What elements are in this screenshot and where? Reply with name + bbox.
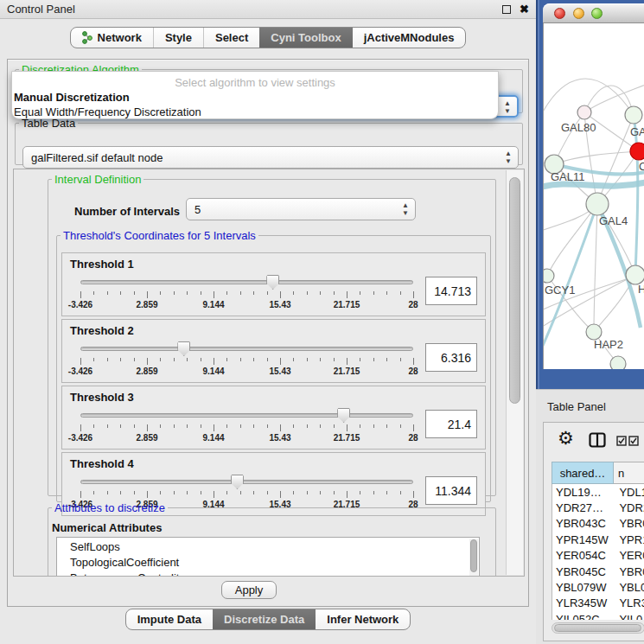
threshold-slider[interactable]: -3.4262.8599.14415.4321.71528 [80,275,413,313]
zoom-traffic-light-icon[interactable] [591,8,603,19]
threshold-label: Threshold 4 [70,457,477,470]
algorithm-option[interactable]: Manual Discretization [14,91,130,104]
table-row[interactable]: YBR045CYBR0 [552,564,644,579]
slider-thumb[interactable] [231,475,244,489]
settings-vertical-scrollbar[interactable] [506,170,523,575]
attributes-fieldset: Attributes to discretize Numerical Attri… [48,501,496,577]
threshold-slider[interactable]: -3.4262.8599.14415.4321.71528 [80,408,413,446]
threshold-value-field[interactable]: 14.713 [425,277,477,305]
tab-label: Discretize Data [224,613,304,626]
cyni-toolbox-panel: Discretization Algorithm ▲▼ Table Data g… [7,59,529,607]
attribute-item[interactable]: TopologicalCoefficient [70,555,479,571]
network-canvas[interactable]: GAL80GACGAL11GAL4GCY1HHAP2 [543,23,644,369]
node-label: GCY1 [545,284,575,296]
table-cell: YBL0 [614,581,644,594]
network-node[interactable] [577,105,591,119]
table-cell: YDR2 [614,501,644,514]
threshold-slider[interactable]: -3.4262.8599.14415.4321.71528 [80,341,413,379]
slider-thumb[interactable] [177,341,190,356]
tab-label: jActiveMNodules [364,31,455,44]
algorithm-placeholder-option[interactable]: Select algorithm to view settings [12,76,498,89]
tab-cyni-toolbox[interactable]: Cyni Toolbox [259,28,352,48]
tick-label: -3.426 [68,367,92,376]
node-label: H [638,283,644,296]
number-of-intervals-combobox[interactable]: 5 ▲▼ [186,198,416,220]
thresholds-fieldset: Threshold's Coordinates for 5 Intervals … [56,229,491,502]
attribute-item[interactable]: SelfLoops [70,539,479,555]
number-of-intervals-value: 5 [194,203,201,216]
close-traffic-light-icon[interactable] [554,8,565,19]
tab-infer-network[interactable]: Infer Network [316,609,410,629]
tick-label: -3.426 [68,433,92,443]
network-view-window[interactable]: GAL80GACGAL11GAL4GCY1HHAP2 [543,3,644,369]
algorithm-dropdown-popup: Select algorithm to view settings Manual… [11,71,499,119]
network-node[interactable] [625,106,642,124]
threshold-value-field[interactable]: 21.4 [425,410,477,438]
float-window-icon[interactable] [502,5,511,14]
table-cell: YPR145W [552,533,614,546]
tick-label: -3.426 [68,300,92,309]
minimize-traffic-light-icon[interactable] [573,8,584,19]
network-node[interactable] [630,143,644,160]
slider-groove [80,280,413,284]
table-cell: YBR043C [552,517,614,530]
table-cell: YDL1 [614,486,644,499]
table-cell: YIL052C [552,613,614,620]
table-column-header[interactable]: n [614,462,644,484]
table-row[interactable]: YBL079WYBL0 [552,579,644,595]
slider-groove [80,413,413,418]
table-row[interactable]: YBR043CYBR0 [552,516,644,532]
table-row[interactable]: YER054CYER0 [552,548,644,564]
network-node[interactable] [626,265,644,284]
tab-impute-data[interactable]: Impute Data [126,609,213,629]
network-node[interactable] [544,269,554,283]
tab-label: Infer Network [327,613,399,626]
table-cell: YIL0 [614,613,644,620]
tab-select[interactable]: Select [203,28,259,48]
combo-spinner-icon: ▲▼ [402,201,409,217]
tab-label: Impute Data [137,613,201,626]
apply-button[interactable]: Apply [221,581,277,599]
table-row[interactable]: YPR145WYPR1 [552,532,644,547]
numerical-attributes-list[interactable]: SelfLoopsTopologicalCoefficientBetweenne… [56,537,480,577]
tab-jactivemnodules[interactable]: jActiveMNodules [353,28,466,48]
threshold-value-field[interactable]: 6.316 [425,343,477,372]
table-row[interactable]: YDL19…YDL1 [552,484,644,500]
table-row[interactable]: YDR27…YDR2 [552,500,644,515]
tab-network[interactable]: Network [71,28,153,48]
slider-groove [80,480,413,484]
table-panel-title: Table Panel [547,400,606,413]
tick-label: 9.144 [202,300,224,309]
checkbox-icons[interactable] [616,436,639,446]
gear-icon[interactable]: ⚙ [558,428,574,449]
table-horizontal-scrollbar[interactable] [552,622,644,634]
attributes-scrollbar[interactable] [469,539,478,577]
table-row[interactable]: YLR345WYLR3 [552,596,644,611]
close-icon[interactable]: ✖ [520,5,529,14]
table-panel: ⚙ shared…n YDL19…YDL1YDR27…YD [543,422,644,641]
tick-label: 28 [408,367,418,376]
tick-label: 9.144 [202,367,224,376]
table-cell: YBR0 [614,565,644,578]
combo-spinner-icon: ▲▼ [504,99,511,115]
network-window-titlebar[interactable] [543,3,644,23]
node-label: GA [630,125,644,138]
interval-definition-fieldset: Interval Definition Number of Intervals … [48,173,496,496]
tick-label: 2.859 [136,367,157,376]
attribute-item[interactable]: BetweennessCentrality [70,571,479,577]
tab-discretize-data[interactable]: Discretize Data [213,609,316,629]
network-node[interactable] [586,193,609,215]
network-node[interactable] [610,356,626,369]
slider-thumb[interactable] [266,275,279,290]
slider-thumb[interactable] [337,408,350,423]
tick-label: 21.715 [334,367,360,376]
table-data-combobox[interactable]: galFiltered.sif default node ▲▼ [22,146,519,169]
tab-style[interactable]: Style [153,28,203,48]
table-data-fieldset: Table Data galFiltered.sif default node … [15,117,523,165]
table-column-header[interactable]: shared… [552,462,614,484]
node-table: shared…n YDL19…YDL1YDR27…YDR2YBR043CYBR0… [552,462,644,620]
table-data-value: galFiltered.sif default node [31,151,163,164]
split-columns-icon[interactable] [589,432,606,451]
algorithm-option[interactable]: Equal Width/Frequency Discretization [14,105,201,118]
table-row[interactable]: YIL052CYIL0 [552,611,644,620]
